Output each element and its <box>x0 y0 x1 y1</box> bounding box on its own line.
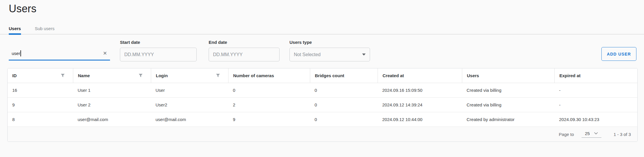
table-row[interactable]: 8 user@mail.com user@mail.com 9 0 2024.0… <box>8 112 637 127</box>
users-table: ID Name Login Number of cameras Bridges … <box>7 68 638 142</box>
users-type-select[interactable]: Not Selected <box>289 48 370 61</box>
cell-id: 8 <box>8 112 73 127</box>
cell-cameras: 9 <box>228 112 310 127</box>
cell-id: 16 <box>8 83 73 98</box>
cell-login: User2 <box>151 98 228 112</box>
start-date-input[interactable] <box>120 48 197 61</box>
column-header-users: Users <box>462 68 554 83</box>
end-date-group: End date <box>209 40 280 61</box>
column-header-label: ID <box>12 73 17 78</box>
tab-users[interactable]: Users <box>9 23 21 34</box>
start-date-label: Start date <box>120 40 197 45</box>
table-footer: Page to 25 1 - 3 of 3 <box>8 127 637 142</box>
clear-search-icon[interactable]: ✕ <box>103 51 107 56</box>
cell-expired: - <box>554 98 637 112</box>
end-date-label: End date <box>209 40 280 45</box>
tab-users-label: Users <box>9 26 21 31</box>
add-user-button[interactable]: ADD USER <box>601 47 636 61</box>
start-date-group: Start date <box>120 40 197 61</box>
users-type-group: Users type Not Selected <box>289 40 370 61</box>
cell-created: 2024.09.12 14:39:24 <box>378 98 462 112</box>
cell-login: user@mail.com <box>151 112 228 127</box>
cell-name: user@mail.com <box>73 112 151 127</box>
cell-expired: - <box>554 83 637 98</box>
pagination-range: 1 - 3 of 3 <box>614 132 631 137</box>
tabs-bar: Users Sub users <box>0 23 644 34</box>
cell-created: 2024.09.16 15:09:50 <box>378 83 462 98</box>
cell-cameras: 0 <box>228 83 310 98</box>
cell-expired: 2024.09.30 10:43:23 <box>554 112 637 127</box>
page-to-label: Page to <box>559 132 574 137</box>
cell-users: Created via billing <box>462 83 554 98</box>
filter-icon[interactable] <box>216 74 220 77</box>
cell-id: 9 <box>8 98 73 112</box>
column-header-expired: Expired at <box>554 68 637 83</box>
page-title: Users <box>9 3 36 15</box>
cell-bridges: 0 <box>310 112 378 127</box>
search-input[interactable]: user ✕ <box>9 47 110 61</box>
tab-sub-users-label: Sub users <box>35 26 55 31</box>
column-header-id: ID <box>8 68 73 83</box>
table-header-row: ID Name Login Number of cameras Bridges … <box>8 68 637 83</box>
page-size-select[interactable]: 25 <box>582 131 601 138</box>
filters-bar: user ✕ Start date End date Users type No… <box>0 38 644 67</box>
table-row[interactable]: 16 User 1 User 0 0 2024.09.16 15:09:50 C… <box>8 83 637 98</box>
cell-created: 2024.09.12 10:44:00 <box>378 112 462 127</box>
filter-icon[interactable] <box>139 74 143 77</box>
users-type-label: Users type <box>289 40 370 45</box>
tab-sub-users[interactable]: Sub users <box>35 23 55 34</box>
chevron-down-icon <box>594 132 598 134</box>
dropdown-arrow-icon <box>362 54 366 56</box>
column-header-login: Login <box>151 68 228 83</box>
cell-name: User 1 <box>73 83 151 98</box>
end-date-input[interactable] <box>209 48 280 61</box>
text-caret <box>20 50 21 56</box>
cell-cameras: 2 <box>228 98 310 112</box>
column-header-label: Name <box>78 73 90 78</box>
column-header-label: Login <box>156 73 168 78</box>
users-type-value: Not Selected <box>294 52 321 57</box>
search-input-value: user <box>12 51 20 56</box>
cell-users: Created via billing <box>462 98 554 112</box>
cell-login: User <box>151 83 228 98</box>
column-header-bridges: Bridges count <box>310 68 378 83</box>
cell-bridges: 0 <box>310 83 378 98</box>
cell-name: User 2 <box>73 98 151 112</box>
column-header-created: Created at <box>378 68 462 83</box>
column-header-name: Name <box>73 68 151 83</box>
active-tab-indicator <box>9 33 21 35</box>
cell-users: Created by administrator <box>462 112 554 127</box>
cell-bridges: 0 <box>310 98 378 112</box>
column-header-cameras: Number of cameras <box>228 68 310 83</box>
page-size-value: 25 <box>585 131 590 136</box>
filter-icon[interactable] <box>61 74 65 77</box>
table-row[interactable]: 9 User 2 User2 2 0 2024.09.12 14:39:24 C… <box>8 98 637 112</box>
